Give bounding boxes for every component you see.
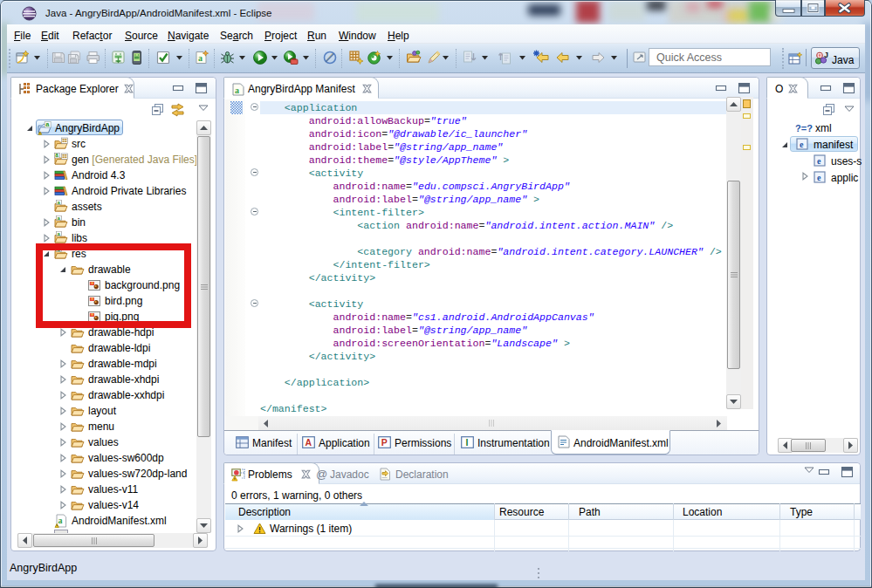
svg-text:a: a xyxy=(198,53,203,63)
svg-text:J: J xyxy=(824,51,828,59)
svg-text:a: a xyxy=(58,516,63,525)
svg-text:P: P xyxy=(381,437,388,448)
svg-text:I: I xyxy=(465,437,468,448)
svg-text:A: A xyxy=(305,437,312,448)
svg-text:a: a xyxy=(55,153,58,158)
svg-text:a: a xyxy=(235,85,239,95)
svg-text:e: e xyxy=(800,140,804,149)
svg-text:e: e xyxy=(817,173,821,182)
svg-text:e: e xyxy=(817,156,821,166)
